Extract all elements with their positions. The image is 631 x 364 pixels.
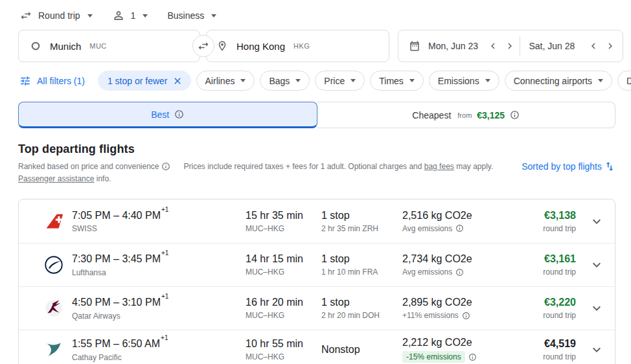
tab-cheapest-label: Cheapest <box>412 110 451 120</box>
chevron-down-icon <box>350 79 356 82</box>
co2-amount: 2,516 kg CO2e <box>402 210 527 222</box>
chevron-down-icon <box>240 79 246 82</box>
arrival-day-offset: +1 <box>161 249 168 256</box>
sort-by-button[interactable]: Sorted by top flights <box>522 161 615 172</box>
depart-date-input[interactable]: Mon, Jun 23 <box>428 41 478 51</box>
origin-airport-code: MUC <box>89 42 106 50</box>
price-note: round trip <box>527 311 576 320</box>
emissions-note: Avg emissions <box>402 267 452 277</box>
expand-flight-button[interactable] <box>589 342 604 358</box>
page-title: Top departing flights <box>18 142 493 156</box>
return-date-next-button[interactable] <box>602 38 619 54</box>
tab-best-label: Best <box>151 109 169 120</box>
sort-label: Sorted by top flights <box>522 161 602 172</box>
return-date-input[interactable]: Sat, Jun 28 <box>529 41 575 51</box>
date-range-field: Mon, Jun 23 Sat, Jun 28 <box>398 30 623 62</box>
search-row: Munich MUC Hong Kong HKG Mon, Jun 2 <box>18 30 631 62</box>
info-icon[interactable] <box>174 109 184 119</box>
flight-row-swiss[interactable]: 7:05 PM – 4:40 PM+1 SWISS 15 hr 35 min M… <box>19 199 615 243</box>
results-subtitle: Ranked based on price and convenience Pr… <box>18 161 493 185</box>
stops: Nonstop <box>321 344 402 356</box>
flight-row-lufthansa[interactable]: 7:30 PM – 3:45 PM+1 Lufthansa 14 hr 15 m… <box>19 243 615 286</box>
flight-route: MUC–HKG <box>246 311 321 320</box>
emissions-note: +11% emissions <box>402 311 459 320</box>
expand-flight-button[interactable] <box>589 214 604 229</box>
chevron-down-icon <box>295 79 301 82</box>
trip-type-label: Round trip <box>38 10 80 21</box>
swiss-airline-logo <box>36 210 72 233</box>
filter-chip-duration[interactable]: Duration <box>617 71 631 91</box>
filter-chip-times[interactable]: Times <box>370 71 424 91</box>
flight-row-cathay-pacific[interactable]: 1:55 PM – 6:50 AM+1 Cathay Pacific 10 hr… <box>19 330 615 364</box>
stops: 1 stop <box>321 253 402 265</box>
filter-chip-connecting-airports[interactable]: Connecting airports <box>505 71 612 91</box>
origin-field[interactable]: Munich MUC <box>18 30 200 62</box>
flight-route: MUC–HKG <box>246 267 321 277</box>
arrival-day-offset: +1 <box>161 293 168 300</box>
passengers-selector[interactable]: 1 <box>112 9 148 22</box>
close-icon[interactable] <box>172 76 183 86</box>
info-icon[interactable] <box>455 268 464 277</box>
trip-type-selector[interactable]: Round trip <box>19 9 93 22</box>
stops-detail: 2 hr 20 min DOH <box>321 311 402 320</box>
depart-date-segment: Mon, Jun 23 <box>420 30 518 62</box>
expand-flight-button[interactable] <box>589 301 604 316</box>
chevron-down-icon <box>598 79 603 82</box>
flight-times: 7:30 PM – 3:45 PM <box>72 254 161 265</box>
stops-detail: 2 hr 35 min ZRH <box>321 224 402 233</box>
filter-chip-emissions[interactable]: Emissions <box>429 71 499 91</box>
chevron-down-icon <box>485 79 490 82</box>
origin-circle-icon <box>30 40 41 52</box>
info-icon[interactable] <box>468 353 477 361</box>
flight-price: €3,161 <box>527 253 576 265</box>
active-chip-label: 1 stop or fewer <box>108 76 168 86</box>
tab-best[interactable]: Best <box>18 102 317 128</box>
filter-chip-stops-active[interactable]: 1 stop or fewer <box>98 71 191 91</box>
results-header: Top departing flights Ranked based on pr… <box>18 142 615 185</box>
google-flights-results-page: Round trip 1 Business Munich MUC <box>0 0 631 364</box>
expand-flight-button[interactable] <box>589 257 604 273</box>
bag-fees-link[interactable]: bag fees <box>424 162 454 171</box>
sort-tabs: Best Cheapest from €3,125 <box>18 102 615 128</box>
swap-origin-destination-button[interactable] <box>192 35 214 57</box>
date-divider <box>520 36 520 56</box>
flight-row-qatar-airways[interactable]: 4:50 PM – 3:10 PM+1 Qatar Airways 16 hr … <box>19 286 615 330</box>
filters-bar: All filters (1) 1 stop or fewer Airlines… <box>19 71 631 91</box>
info-icon[interactable] <box>161 162 170 171</box>
flight-price: €3,220 <box>527 297 576 308</box>
depart-date-prev-button[interactable] <box>485 38 501 54</box>
flight-price: €3,138 <box>527 210 576 222</box>
info-icon[interactable] <box>510 110 520 120</box>
flight-times: 4:50 PM – 3:10 PM <box>72 297 161 308</box>
emissions-note: Avg emissions <box>402 224 452 233</box>
airline-name: Cathay Pacific <box>72 353 246 362</box>
passenger-assistance-link[interactable]: Passenger assistance <box>18 174 94 183</box>
co2-amount: 2,734 kg CO2e <box>402 253 527 265</box>
info-icon[interactable] <box>462 312 470 320</box>
flight-route: MUC–HKG <box>246 224 321 233</box>
origin-city: Munich <box>50 41 81 52</box>
filter-chip-price[interactable]: Price <box>315 71 365 91</box>
filter-chip-bags[interactable]: Bags <box>260 71 310 91</box>
all-filters-button[interactable]: All filters (1) <box>19 75 85 87</box>
flight-price: €4,519 <box>527 338 576 350</box>
tab-cheapest[interactable]: Cheapest from €3,125 <box>317 102 616 128</box>
qatar-airways-airline-logo <box>36 297 72 319</box>
co2-amount: 2,212 kg CO2e <box>402 337 527 348</box>
calendar-icon <box>409 40 420 52</box>
stops: 1 stop <box>321 210 402 222</box>
person-icon <box>112 9 125 22</box>
place-pin-icon <box>216 40 228 52</box>
filter-chip-airlines[interactable]: Airlines <box>196 71 255 91</box>
depart-date-next-button[interactable] <box>501 38 518 54</box>
info-icon[interactable] <box>455 224 464 233</box>
tune-icon <box>19 75 31 87</box>
destination-field[interactable]: Hong Kong HKG <box>206 30 389 62</box>
cabin-class-selector[interactable]: Business <box>167 10 216 21</box>
cabin-class-label: Business <box>167 10 204 21</box>
cheapest-from-label: from <box>457 111 472 119</box>
airline-name: Qatar Airways <box>72 312 246 321</box>
flight-duration: 16 hr 20 min <box>246 297 321 308</box>
return-date-prev-button[interactable] <box>585 38 602 54</box>
destination-city: Hong Kong <box>236 41 285 52</box>
